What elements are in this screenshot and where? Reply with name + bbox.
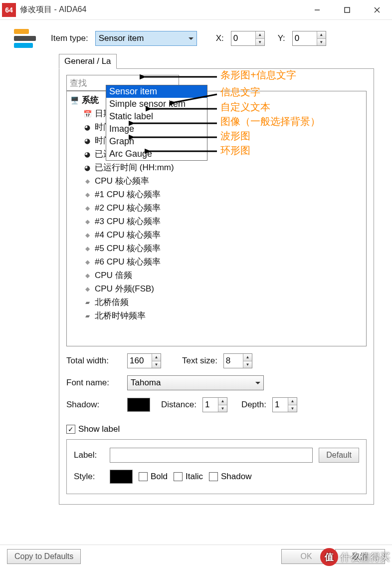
style-color[interactable] <box>110 470 133 484</box>
clock-icon <box>83 163 92 172</box>
cpu-icon <box>83 258 92 267</box>
copy-defaults-button[interactable]: Copy to Defaults <box>7 549 81 564</box>
cpu-icon <box>83 177 92 186</box>
total-width-input[interactable]: ▲▼ <box>127 353 161 368</box>
tree-item[interactable]: 北桥倍频 <box>67 295 366 309</box>
y-input[interactable]: ▲▼ <box>292 31 326 46</box>
cpu-icon <box>83 231 92 240</box>
tab-general[interactable]: General / La <box>59 54 117 69</box>
app-icon: 64 <box>2 3 16 17</box>
chip-icon <box>83 298 92 307</box>
close-button[interactable] <box>362 0 392 20</box>
tree-item[interactable]: #3 CPU 核心频率 <box>67 215 366 228</box>
spin-up-icon[interactable]: ▲ <box>256 31 264 39</box>
depth-input[interactable]: ▲▼ <box>272 397 297 412</box>
annotation: 自定义文本 <box>220 100 270 114</box>
tree-item[interactable]: CPU 核心频率 <box>67 174 366 188</box>
style-label: Style: <box>74 472 104 482</box>
bold-checkbox[interactable]: Bold <box>139 472 168 482</box>
maximize-button[interactable] <box>332 0 362 20</box>
cal-icon: 📅 <box>83 109 92 118</box>
topbar: Item type: Sensor item X: ▲▼ Y: ▲▼ <box>9 29 383 48</box>
font-name-select[interactable]: Tahoma <box>127 375 264 390</box>
annotation: 图像（一般选择背景） <box>220 115 320 128</box>
label-input[interactable] <box>110 448 313 463</box>
annotation: 信息文字 <box>220 85 260 99</box>
tree-item[interactable]: CPU 外频(FSB) <box>67 282 366 295</box>
x-input[interactable]: ▲▼ <box>231 31 265 46</box>
svg-line-6 <box>175 94 217 102</box>
titlebar: 64 修改项目 - AIDA64 <box>0 0 392 20</box>
tree-item[interactable]: #6 CPU 核心频率 <box>67 255 366 269</box>
distance-label: Distance: <box>161 400 196 410</box>
shadow-label: Shadow: <box>66 400 121 410</box>
text-size-input[interactable]: ▲▼ <box>223 353 252 368</box>
cpu-icon <box>83 217 92 226</box>
show-label-checkbox[interactable]: ✓Show label <box>66 424 367 434</box>
shadow-checkbox[interactable]: Shadow <box>209 472 251 482</box>
spin-down-icon[interactable]: ▼ <box>256 39 264 46</box>
cpu-icon <box>83 190 92 199</box>
depth-label: Depth: <box>241 400 266 410</box>
cpu-icon <box>83 284 92 293</box>
annotation: 条形图+信息文字 <box>220 68 296 82</box>
text-size-label: Text size: <box>182 356 217 366</box>
watermark: 值什么值得买 <box>320 548 390 566</box>
cpu-icon <box>83 244 92 253</box>
distance-input[interactable]: ▲▼ <box>202 397 227 412</box>
tree-item[interactable]: #1 CPU 核心频率 <box>67 188 366 201</box>
tree-item[interactable]: 已运行时间 (HH:mm) <box>67 161 366 174</box>
tree-item[interactable]: #4 CPU 核心频率 <box>67 228 366 242</box>
spin-down-icon[interactable]: ▼ <box>317 39 326 46</box>
monitor-icon: 🖥️ <box>70 96 79 105</box>
cpu-icon <box>83 204 92 213</box>
font-name-label: Font name: <box>66 378 121 388</box>
window-title: 修改项目 - AIDA64 <box>20 4 86 15</box>
item-type-select[interactable]: Sensor item <box>95 31 197 46</box>
svg-rect-1 <box>345 7 350 12</box>
clock-icon <box>83 136 92 145</box>
clock-icon <box>83 150 92 159</box>
tree-item[interactable]: #2 CPU 核心频率 <box>67 201 366 215</box>
item-type-label: Item type: <box>51 33 88 43</box>
annotation: 波形图 <box>220 129 250 143</box>
label-label: Label: <box>74 450 104 460</box>
label-group: Label: Default Style: Bold Italic Shadow <box>66 439 367 494</box>
tree-item[interactable]: #5 CPU 核心频率 <box>67 242 366 255</box>
tree-item[interactable]: 北桥时钟频率 <box>67 309 366 322</box>
italic-checkbox[interactable]: Italic <box>174 472 203 482</box>
clock-icon <box>83 123 92 132</box>
cpu-icon <box>83 271 92 280</box>
sensor-bars-icon <box>14 29 38 48</box>
total-width-label: Total width: <box>66 356 121 366</box>
chip-icon <box>83 311 92 320</box>
spin-up-icon[interactable]: ▲ <box>317 31 326 39</box>
annotation: 环形图 <box>220 144 250 157</box>
minimize-button[interactable] <box>302 0 332 20</box>
default-button[interactable]: Default <box>319 448 359 463</box>
shadow-color[interactable] <box>127 398 150 412</box>
tree-item[interactable]: CPU 倍频 <box>67 269 366 282</box>
